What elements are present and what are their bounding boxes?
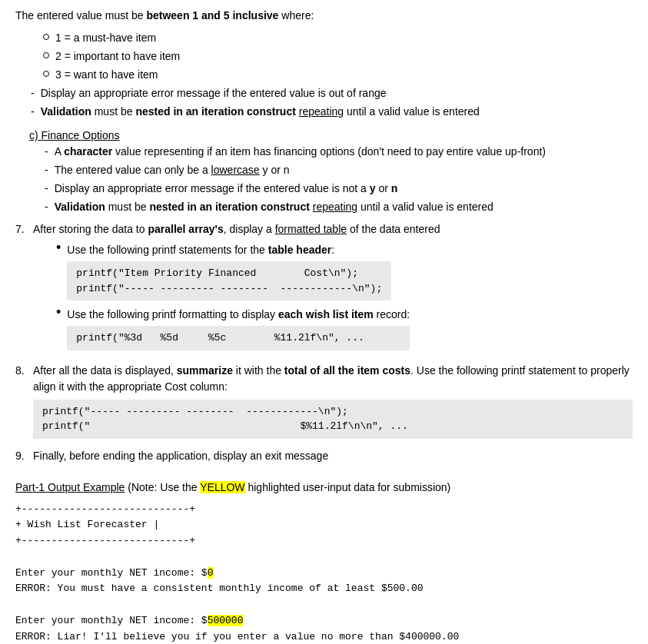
terminal-line: +----------------------------+	[15, 502, 633, 518]
part1-label: Part-1 Output Example	[15, 481, 125, 493]
item-9-text: Finally, before ending the application, …	[33, 448, 328, 464]
bullet-dot-icon: •	[56, 305, 61, 319]
list-item: - Display an appropriate error message i…	[45, 181, 633, 197]
section-c-dash-list: - A character value representing if an i…	[29, 144, 633, 215]
list-item: • Use the following printf statements fo…	[56, 242, 440, 304]
dash-item-text: The entered value can only be a lowercas…	[55, 162, 290, 178]
list-item: - The entered value can only be a lowerc…	[45, 162, 633, 178]
dash-item-text: Validation must be nested in an iteratio…	[41, 104, 480, 120]
list-item: - Validation must be nested in an iterat…	[31, 104, 633, 120]
dash-icon: -	[45, 181, 48, 197]
terminal-line: ERROR: You must have a consistent monthl…	[15, 581, 633, 597]
dash-item-text: A character value representing if an ite…	[55, 144, 546, 160]
circle-bullet-icon	[43, 52, 49, 58]
circle-item-text: 1 = a must-have item	[55, 30, 156, 46]
list-item: - A character value representing if an i…	[45, 144, 633, 160]
bullet-item-content: Use the following printf formatting to d…	[67, 307, 410, 354]
terminal-input-line: Enter your monthly NET income: $500000	[15, 613, 633, 629]
dash-icon: -	[45, 144, 48, 160]
bullet-text: Use the following printf formatting to d…	[67, 308, 410, 320]
dash-icon: -	[45, 199, 48, 215]
part-1-output: Part-1 Output Example (Note: Use the YEL…	[15, 480, 633, 645]
section-c: c) Finance Options - A character value r…	[29, 128, 633, 215]
dash-icon: -	[45, 162, 48, 178]
list-item: - Display an appropriate error message i…	[31, 85, 633, 101]
list-item: 2 = important to have item	[43, 48, 633, 65]
bullet-text: Use the following printf statements for …	[67, 244, 334, 256]
output-example-label: Part-1 Output Example (Note: Use the YEL…	[15, 480, 633, 496]
item-7-container: 7. After storing the data to parallel ar…	[15, 221, 633, 357]
list-item: 1 = a must-have item	[43, 30, 633, 46]
user-input: 500000	[208, 615, 244, 626]
code-block-summary: printf("----- --------- -------- -------…	[33, 400, 633, 439]
top-note: The entered value must be between 1 and …	[15, 8, 633, 24]
circle-bullet-icon	[43, 34, 49, 40]
terminal-line: +----------------------------+	[15, 533, 633, 549]
bullet-dot-icon: •	[56, 241, 61, 254]
item-8-text: After all the data is displayed, summari…	[33, 364, 630, 393]
code-block-record: printf("%3d %5d %5c %11.2lf\n", ...	[67, 326, 410, 350]
dash-list-priority: - Display an appropriate error message i…	[15, 85, 633, 120]
terminal-input-line: Enter your monthly NET income: $0	[15, 566, 633, 582]
dash-icon: -	[31, 104, 35, 120]
item-8-content: After all the data is displayed, summari…	[33, 363, 633, 442]
bullet-item-content: Use the following printf statements for …	[67, 242, 391, 304]
terminal-line: + Wish List Forecaster |	[15, 517, 633, 533]
circle-list: 1 = a must-have item 2 = important to ha…	[15, 30, 633, 83]
circle-bullet-icon	[43, 71, 49, 77]
list-item: - Validation must be nested in an iterat…	[45, 199, 633, 215]
dash-item-text: Display an appropriate error message if …	[55, 181, 398, 197]
dash-icon: -	[31, 85, 35, 101]
dash-item-text: Display an appropriate error message if …	[41, 85, 387, 101]
part1-note2: highlighted user-input data for submissi…	[245, 481, 451, 493]
item-7-content: After storing the data to parallel array…	[33, 221, 440, 357]
terminal-blank	[15, 549, 633, 566]
part1-note: (Note: Use the	[125, 481, 200, 493]
circle-item-text: 2 = important to have item	[55, 48, 180, 65]
top-note-text: The entered value must be between 1 and …	[15, 9, 314, 22]
item-9-number: 9.	[15, 448, 29, 464]
terminal-blank	[15, 597, 633, 613]
item-7-number: 7.	[15, 221, 29, 237]
item-7-bullet-list: • Use the following printf statements fo…	[33, 242, 440, 354]
terminal-output: +----------------------------+ + Wish Li…	[15, 502, 633, 645]
item-8-number: 8.	[15, 363, 29, 379]
circle-item-text: 3 = want to have item	[55, 67, 158, 83]
terminal-line: ERROR: Liar! I'll believe you if you ent…	[15, 629, 633, 644]
list-item: 3 = want to have item	[43, 67, 633, 83]
yellow-label: YELLOW	[200, 481, 244, 493]
item-9-container: 9. Finally, before ending the applicatio…	[15, 448, 633, 464]
dash-item-text: Validation must be nested in an iteratio…	[55, 199, 493, 215]
user-input: 0	[208, 567, 214, 579]
section-c-label: c) Finance Options	[29, 128, 633, 144]
item-8-container: 8. After all the data is displayed, summ…	[15, 363, 633, 442]
list-item: • Use the following printf formatting to…	[56, 307, 440, 354]
main-content: The entered value must be between 1 and …	[15, 8, 633, 644]
section-c-title: c) Finance Options	[29, 129, 120, 141]
code-block-header: printf("Item Priority Financed Cost\n");…	[67, 261, 391, 300]
item-7-text: After storing the data to parallel array…	[33, 223, 440, 235]
